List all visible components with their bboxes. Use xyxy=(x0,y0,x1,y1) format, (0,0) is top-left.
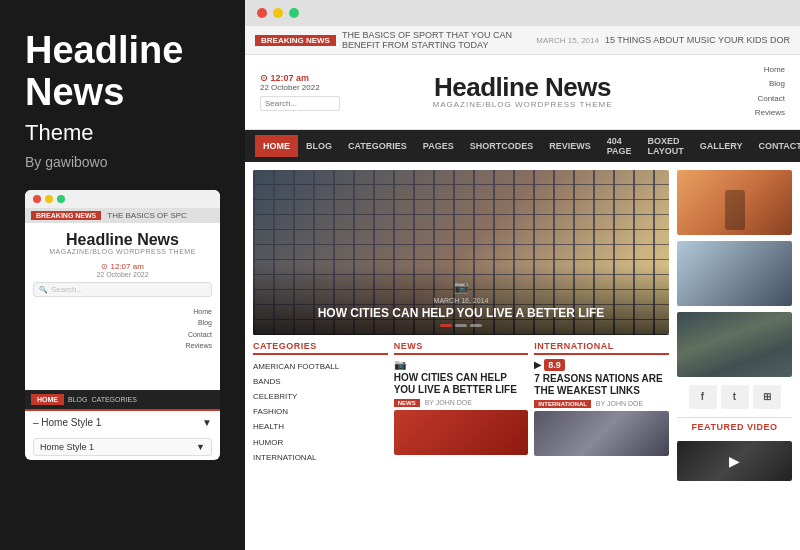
browser-content: BREAKING NEWS THE BASICS OF SPORT THAT Y… xyxy=(245,26,800,550)
sidebar-thumb-1[interactable] xyxy=(677,170,792,235)
sidebar-thumb-3[interactable] xyxy=(677,312,792,377)
site-header-left: ⊙ 12:07 am 22 October 2022 xyxy=(260,73,350,111)
slider-dot-1[interactable] xyxy=(440,324,452,327)
nav-item-blog[interactable]: BLOG xyxy=(298,135,340,157)
intl-meta: INTERNATIONAL BY JOHN DOE xyxy=(534,400,669,407)
cat-humor[interactable]: HUMOR xyxy=(253,435,388,450)
nav-item-pages[interactable]: PAGES xyxy=(415,135,462,157)
mini-nav-blog: BLOG xyxy=(68,396,87,403)
mini-dot-yellow xyxy=(45,195,53,203)
slider-dot-2[interactable] xyxy=(455,324,467,327)
breaking-news-text: THE BASICS OF SPORT THAT YOU CAN BENEFIT… xyxy=(342,30,530,50)
nav-item-categories[interactable]: CATEGORIES xyxy=(340,135,415,157)
cat-american-football[interactable]: AMERICAN FOOTBALL xyxy=(253,359,388,374)
site-header-right: Home Blog Contact Reviews xyxy=(695,63,785,121)
intl-thumbnail xyxy=(534,411,669,456)
section-grid: CATEGORIES AMERICAN FOOTBALL BANDS CELEB… xyxy=(253,341,669,542)
site-main: 📷 MARCH 16, 2014 HOW CITIES CAN HELP YOU… xyxy=(245,162,800,550)
news-col: NEWS 📷 HOW CITIES CAN HELP YOU LIVE A BE… xyxy=(394,341,529,542)
nav-item-gallery[interactable]: GALLERY xyxy=(692,135,751,157)
mini-nav-home-active: HOME xyxy=(31,394,64,405)
facebook-button[interactable]: f xyxy=(689,385,717,409)
hero-date: MARCH 16, 2014 xyxy=(263,297,659,304)
score-badge: ▶ 8.9 xyxy=(534,359,565,371)
left-panel: Headline News Theme By gawibowo BREAKING… xyxy=(0,0,245,550)
social-bar: f t ⊞ xyxy=(677,385,792,409)
news-headline[interactable]: HOW CITIES CAN HELP YOU LIVE A BETTER LI… xyxy=(394,372,529,396)
left-subtitle: Theme xyxy=(25,120,220,146)
intl-tag[interactable]: INTERNATIONAL xyxy=(534,400,591,408)
header-nav-blog[interactable]: Blog xyxy=(695,77,785,91)
site-nav: HOME BLOG CATEGORIES PAGES SHORTCODES RE… xyxy=(245,130,800,162)
mini-nav-categories: CATEGORIES xyxy=(91,396,136,403)
cat-bands[interactable]: BANDS xyxy=(253,374,388,389)
nav-item-contact[interactable]: CONTACT xyxy=(750,135,800,157)
categories-header: CATEGORIES xyxy=(253,341,388,355)
site-header: ⊙ 12:07 am 22 October 2022 Headline News… xyxy=(245,55,800,130)
mini-dot-green xyxy=(57,195,65,203)
mini-date: 22 October 2022 xyxy=(25,271,220,278)
news-header: NEWS xyxy=(394,341,529,355)
header-nav-home[interactable]: Home xyxy=(695,63,785,77)
left-by: By gawibowo xyxy=(25,154,220,170)
news-meta: NEWS BY JOHN DOE xyxy=(394,399,529,406)
cat-international[interactable]: INTERNATIONAL xyxy=(253,450,388,465)
mini-window-controls xyxy=(25,190,220,208)
featured-video-label: FEATURED VIDEO xyxy=(677,417,792,432)
mini-nav-home: Home xyxy=(186,306,212,317)
cat-fashion[interactable]: FASHION xyxy=(253,404,388,419)
mini-breaking-text: THE BASICS OF SPC xyxy=(107,211,187,220)
news-author: BY JOHN DOE xyxy=(425,399,472,406)
mini-dot-red xyxy=(33,195,41,203)
hero-overlay: 📷 MARCH 16, 2014 HOW CITIES CAN HELP YOU… xyxy=(253,265,669,335)
header-nav-reviews[interactable]: Reviews xyxy=(695,106,785,120)
nav-item-reviews[interactable]: REVIEWS xyxy=(541,135,599,157)
mini-search-placeholder: Search... xyxy=(51,285,83,294)
site-tagline: MAGAZINE/BLOG WORDPRESS THEME xyxy=(350,100,695,109)
mini-bottom-bar: – Home Style 1 ▼ xyxy=(25,409,220,434)
featured-video-thumbnail[interactable]: ▶ xyxy=(677,441,792,481)
header-nav-contact[interactable]: Contact xyxy=(695,92,785,106)
hero-image: 📷 MARCH 16, 2014 HOW CITIES CAN HELP YOU… xyxy=(253,170,669,335)
cat-health[interactable]: HEALTH xyxy=(253,419,388,434)
topbar-extra: 15 THINGS ABOUT MUSIC YOUR KIDS DOR xyxy=(605,35,790,45)
intl-author: BY JOHN DOE xyxy=(596,400,643,407)
cat-celebrity[interactable]: CELEBRITY xyxy=(253,389,388,404)
intl-headline[interactable]: 7 REASONS NATIONS ARE THE WEAKEST LINKS xyxy=(534,373,669,397)
site-date: 22 October 2022 xyxy=(260,83,350,92)
site-title: Headline News xyxy=(350,74,695,100)
mini-select-bar[interactable]: Home Style 1 ▼ xyxy=(33,438,212,456)
hero-headline: HOW CITIES CAN HELP YOU LIVE A BETTER LI… xyxy=(263,306,659,320)
topbar-date: MARCH 15, 2014 xyxy=(536,36,599,45)
search-icon: 🔍 xyxy=(39,286,48,294)
site-search[interactable] xyxy=(260,96,350,111)
nav-item-home[interactable]: HOME xyxy=(255,135,298,157)
mini-select-text: Home Style 1 xyxy=(40,442,94,452)
twitter-button[interactable]: t xyxy=(721,385,749,409)
category-list: AMERICAN FOOTBALL BANDS CELEBRITY FASHIO… xyxy=(253,359,388,465)
mini-nav-blog: Blog xyxy=(186,317,212,328)
breaking-news-badge: BREAKING NEWS xyxy=(255,35,336,46)
nav-item-shortcodes[interactable]: SHORTCODES xyxy=(462,135,542,157)
mini-header: Headline News MAGAZINE/BLOG WORDPRESS TH… xyxy=(25,223,220,260)
slider-dot-3[interactable] xyxy=(470,324,482,327)
chevron-down-icon: ▼ xyxy=(196,442,205,452)
mini-nav-reviews: Reviews xyxy=(186,340,212,351)
news-photo-icon: 📷 xyxy=(394,359,529,370)
main-left: 📷 MARCH 16, 2014 HOW CITIES CAN HELP YOU… xyxy=(253,170,669,542)
mini-breaking-badge: BREAKING NEWS xyxy=(31,211,101,220)
news-tag[interactable]: NEWS xyxy=(394,399,420,407)
site-top-bar: BREAKING NEWS THE BASICS OF SPORT THAT Y… xyxy=(245,26,800,55)
international-item-1: ▶ 8.9 7 REASONS NATIONS ARE THE WEAKEST … xyxy=(534,359,669,456)
rss-button[interactable]: ⊞ xyxy=(753,385,781,409)
search-input[interactable] xyxy=(260,96,340,111)
mini-nav-contact: Contact xyxy=(186,329,212,340)
nav-item-404[interactable]: 404 PAGE xyxy=(599,130,640,162)
main-right: f t ⊞ FEATURED VIDEO ▶ xyxy=(677,170,792,542)
mini-breaking-bar: BREAKING NEWS THE BASICS OF SPC xyxy=(25,208,220,223)
sidebar-thumb-2[interactable] xyxy=(677,241,792,306)
browser-chrome xyxy=(245,0,800,26)
news-item-1: 📷 HOW CITIES CAN HELP YOU LIVE A BETTER … xyxy=(394,359,529,455)
mini-nav-bar: HOME BLOG CATEGORIES xyxy=(25,390,220,409)
nav-item-boxed[interactable]: BOXED LAYOUT xyxy=(640,130,692,162)
